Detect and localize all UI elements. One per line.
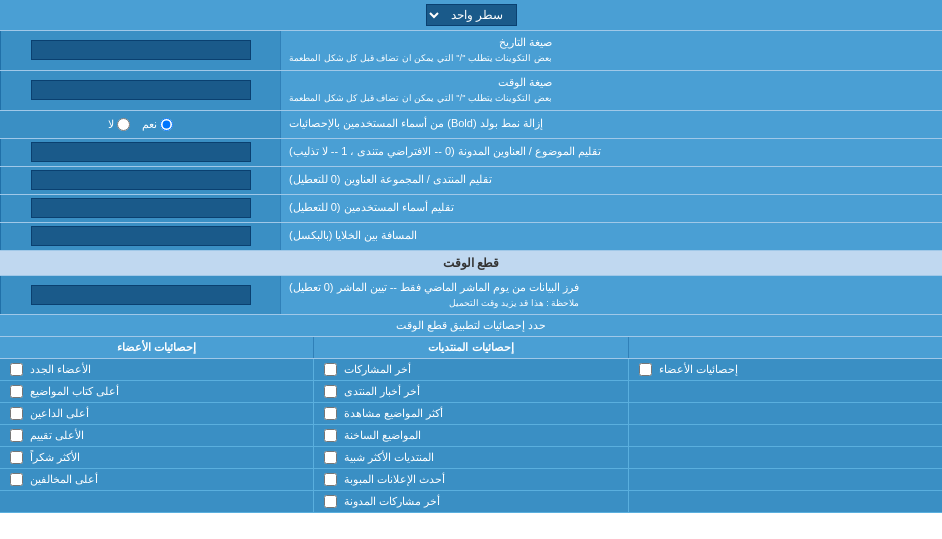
col1-checkbox-3[interactable] <box>10 429 23 442</box>
col1-item-6 <box>0 491 313 512</box>
topic-title-input-cell: 33 <box>0 139 280 166</box>
cut-section-label: فرز البيانات من يوم الماشر الماضي فقط --… <box>280 276 942 315</box>
col1-checkbox-0[interactable] <box>10 363 23 376</box>
cell-spacing-label: المسافة بين الخلايا (بالبكسل) <box>280 223 942 250</box>
col1-item-4: الأكثر شكراً <box>0 447 313 468</box>
col3-item-4 <box>628 447 942 468</box>
topic-title-row: تقليم الموضوع / العناوين المدونة (0 -- ا… <box>0 139 942 167</box>
col3-item-1 <box>628 381 942 402</box>
radio-no-label[interactable]: لا <box>108 118 130 131</box>
cut-section-input-cell: 0 <box>0 276 280 315</box>
time-format-input-cell: H:i <box>0 71 280 110</box>
username-limit-row: تقليم أسماء المستخدمين (0 للتعطيل) 0 <box>0 195 942 223</box>
cell-spacing-input-cell: 2 <box>0 223 280 250</box>
col2-item-0: أخر المشاركات <box>313 359 627 380</box>
checkboxes-row-6: أخر مشاركات المدونة <box>0 491 942 513</box>
checkboxes-row-3: المواضيع الساخنة الأعلى تقييم <box>0 425 942 447</box>
col2-item-5: أحدث الإعلانات المبوبة <box>313 469 627 490</box>
date-format-input[interactable]: d-m <box>31 40 251 60</box>
checkboxes-row-2: أكثر المواضيع مشاهدة أعلى الداعين <box>0 403 942 425</box>
col2-item-2: أكثر المواضيع مشاهدة <box>313 403 627 424</box>
col3-item-3 <box>628 425 942 446</box>
col1-item-3: الأعلى تقييم <box>0 425 313 446</box>
forum-title-row: تقليم المنتدى / المجموعة العناوين (0 للت… <box>0 167 942 195</box>
cell-spacing-row: المسافة بين الخلايا (بالبكسل) 2 <box>0 223 942 251</box>
col1-checkbox-2[interactable] <box>10 407 23 420</box>
col2-item-1: أخر أخبار المنتدى <box>313 381 627 402</box>
username-limit-input-cell: 0 <box>0 195 280 222</box>
col2-checkbox-0[interactable] <box>324 363 337 376</box>
col3-item-6 <box>628 491 942 512</box>
col3-header <box>628 337 942 358</box>
topic-title-label: تقليم الموضوع / العناوين المدونة (0 -- ا… <box>280 139 942 166</box>
time-format-label: صيغة الوقتبعض التكوينات يتطلب "/" التي ي… <box>280 71 942 110</box>
limit-label-text: حدد إحصائيات لتطبيق قطع الوقت <box>396 319 546 331</box>
date-format-row: صيغة التاريخبعض التكوينات يتطلب "/" التي… <box>0 31 942 71</box>
radio-yes-label[interactable]: نعم <box>142 118 173 131</box>
col3-item-0: إحصائيات الأعضاء <box>628 359 942 380</box>
col3-item-2 <box>628 403 942 424</box>
cut-section-input[interactable]: 0 <box>31 285 251 305</box>
time-format-input[interactable]: H:i <box>31 80 251 100</box>
col2-header: إحصائيات المنتديات <box>313 337 627 358</box>
col2-checkbox-3[interactable] <box>324 429 337 442</box>
col2-checkbox-2[interactable] <box>324 407 337 420</box>
checkboxes-row-5: أحدث الإعلانات المبوبة أعلى المخالفين <box>0 469 942 491</box>
cut-section-row: فرز البيانات من يوم الماشر الماضي فقط --… <box>0 276 942 316</box>
remove-bold-label: إزالة نمط بولد (Bold) من أسماء المستخدمي… <box>280 111 942 138</box>
username-limit-input[interactable]: 0 <box>31 198 251 218</box>
col2-item-3: المواضيع الساخنة <box>313 425 627 446</box>
col1-item-5: أعلى المخالفين <box>0 469 313 490</box>
checkboxes-row-1: أخر أخبار المنتدى أعلى كتاب المواضيع <box>0 381 942 403</box>
col1-header: إحصائيات الأعضاء <box>0 337 313 358</box>
limit-label-row: حدد إحصائيات لتطبيق قطع الوقت <box>0 315 942 337</box>
col2-checkbox-1[interactable] <box>324 385 337 398</box>
radio-yes[interactable] <box>160 118 173 131</box>
col2-checkbox-4[interactable] <box>324 451 337 464</box>
remove-bold-row: إزالة نمط بولد (Bold) من أسماء المستخدمي… <box>0 111 942 139</box>
date-format-input-cell: d-m <box>0 31 280 70</box>
col1-checkbox-4[interactable] <box>10 451 23 464</box>
forum-title-label: تقليم المنتدى / المجموعة العناوين (0 للت… <box>280 167 942 194</box>
username-limit-label: تقليم أسماء المستخدمين (0 للتعطيل) <box>280 195 942 222</box>
cut-section-header: قطع الوقت <box>0 251 942 276</box>
cell-spacing-input[interactable]: 2 <box>31 226 251 246</box>
remove-bold-radio-cell: نعم لا <box>0 111 280 138</box>
col1-item-0: الأعضاء الجدد <box>0 359 313 380</box>
col1-item-2: أعلى الداعين <box>0 403 313 424</box>
radio-no[interactable] <box>117 118 130 131</box>
col1-item-1: أعلى كتاب المواضيع <box>0 381 313 402</box>
forum-title-input[interactable]: 33 <box>31 170 251 190</box>
checkboxes-row-0: إحصائيات الأعضاء أخر المشاركات الأعضاء ا… <box>0 359 942 381</box>
checkboxes-header: إحصائيات المنتديات إحصائيات الأعضاء <box>0 337 942 359</box>
col2-checkbox-6[interactable] <box>324 495 337 508</box>
checkboxes-row-4: المنتديات الأكثر شبية الأكثر شكراً <box>0 447 942 469</box>
col2-checkbox-5[interactable] <box>324 473 337 486</box>
top-row: سطر واحدسطرينثلاثة أسطر <box>0 0 942 31</box>
col2-item-4: المنتديات الأكثر شبية <box>313 447 627 468</box>
top-select[interactable]: سطر واحدسطرينثلاثة أسطر <box>426 4 517 26</box>
col3-checkbox-0[interactable] <box>639 363 652 376</box>
topic-title-input[interactable]: 33 <box>31 142 251 162</box>
col1-checkbox-1[interactable] <box>10 385 23 398</box>
col1-checkbox-5[interactable] <box>10 473 23 486</box>
forum-title-input-cell: 33 <box>0 167 280 194</box>
col3-item-5 <box>628 469 942 490</box>
time-format-row: صيغة الوقتبعض التكوينات يتطلب "/" التي ي… <box>0 71 942 111</box>
display-lines-select[interactable]: سطر واحدسطرينثلاثة أسطر <box>426 4 517 26</box>
col2-item-6: أخر مشاركات المدونة <box>313 491 627 512</box>
date-format-label: صيغة التاريخبعض التكوينات يتطلب "/" التي… <box>280 31 942 70</box>
